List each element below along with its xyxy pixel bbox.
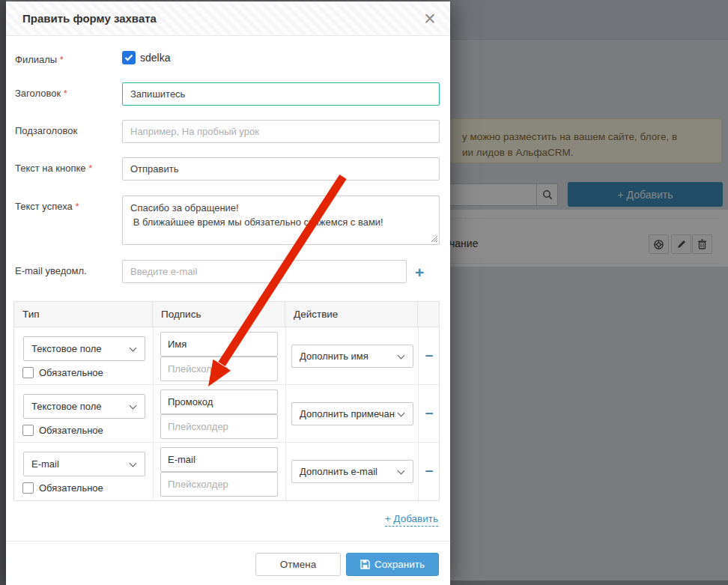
edit-capture-form-modal: Править форму захвата × Филиалы * sdelka… — [6, 1, 450, 585]
close-icon[interactable]: × — [419, 6, 441, 31]
required-checkbox[interactable] — [22, 367, 34, 378]
field-type-value: E-mail — [24, 458, 127, 470]
table-row: Текстовое поле Обязательное Дополнить пр… — [14, 385, 439, 443]
action-value: Дополнить имя — [292, 351, 395, 362]
modal-footer: Отмена Сохранить — [6, 541, 450, 585]
form-fields-table: Тип Подпись Действие Текстовое поле Обяз… — [13, 301, 440, 501]
field-type-select[interactable]: E-mail — [23, 452, 145, 476]
placeholder-input[interactable] — [160, 414, 278, 439]
remove-row-button[interactable]: – — [423, 404, 435, 421]
remove-row-button[interactable]: – — [423, 462, 435, 479]
chevron-down-icon — [398, 409, 405, 416]
table-header-row: Тип Подпись Действие — [14, 302, 439, 327]
required-label: Обязательное — [39, 482, 103, 494]
branches-label: Филиалы * — [15, 54, 64, 65]
column-header-type: Тип — [14, 302, 153, 327]
table-row: Текстовое поле Обязательное Дополнить им… — [14, 327, 439, 385]
action-select[interactable]: Дополнить e-mail — [291, 460, 413, 483]
screen: у можно разместить на вашем сайте, блоге… — [0, 0, 728, 585]
branch-option-label: sdelka — [140, 52, 170, 64]
success-text-wrap: Спасибо за обращение! В ближайшее время … — [122, 195, 440, 245]
table-row: E-mail Обязательное Дополнить e-mail – — [14, 443, 439, 500]
add-field-link[interactable]: + Добавить — [385, 513, 438, 527]
heading-input[interactable] — [122, 82, 440, 106]
check-icon — [124, 54, 133, 61]
action-select[interactable]: Дополнить примечание — [291, 402, 413, 425]
required-checkbox[interactable] — [22, 482, 34, 494]
field-type-value: Текстовое поле — [24, 343, 127, 354]
caption-input[interactable] — [160, 447, 278, 472]
required-checkbox[interactable] — [22, 425, 34, 436]
email-notify-input[interactable] — [122, 260, 407, 283]
field-type-select[interactable]: Текстовое поле — [23, 336, 145, 361]
success-text-input[interactable]: Спасибо за обращение! В ближайшее время … — [122, 195, 440, 245]
column-header-actions — [418, 302, 439, 327]
required-label: Обязательное — [39, 425, 103, 436]
chevron-down-icon — [130, 344, 137, 351]
subheading-label: Подзаголовок — [15, 125, 77, 136]
placeholder-input[interactable] — [160, 357, 278, 381]
action-value: Дополнить e-mail — [292, 466, 395, 477]
caption-input[interactable] — [160, 390, 278, 414]
required-toggle[interactable]: Обязательное — [22, 482, 103, 494]
field-type-select[interactable]: Текстовое поле — [23, 394, 145, 419]
button-text-label: Текст на кнопке * — [15, 163, 92, 174]
branch-checkbox[interactable] — [122, 51, 136, 64]
save-button[interactable]: Сохранить — [346, 553, 439, 576]
required-toggle[interactable]: Обязательное — [22, 367, 103, 378]
heading-label: Заголовок * — [15, 88, 67, 99]
action-select[interactable]: Дополнить имя — [291, 345, 413, 368]
chevron-down-icon — [398, 351, 405, 359]
button-text-input[interactable] — [122, 157, 440, 181]
required-label: Обязательное — [39, 367, 103, 378]
field-type-value: Текстовое поле — [24, 401, 127, 412]
modal-header: Править форму захвата × — [6, 1, 450, 36]
chevron-down-icon — [398, 467, 405, 474]
chevron-down-icon — [130, 401, 137, 409]
save-button-label: Сохранить — [374, 559, 425, 570]
save-icon — [360, 560, 370, 569]
cancel-button[interactable]: Отмена — [255, 553, 341, 576]
remove-row-button[interactable]: – — [423, 347, 435, 363]
email-notify-label: E-mail уведомл. — [15, 265, 87, 276]
subheading-input[interactable] — [122, 120, 440, 143]
add-email-button[interactable]: + — [415, 261, 424, 284]
placeholder-input[interactable] — [160, 472, 278, 497]
success-text-label: Текст успеха * — [15, 201, 79, 212]
action-value: Дополнить примечание — [292, 408, 395, 419]
caption-input[interactable] — [160, 332, 278, 357]
chevron-down-icon — [130, 459, 137, 467]
column-header-action: Действие — [285, 302, 418, 327]
column-header-caption: Подпись — [153, 302, 285, 327]
required-toggle[interactable]: Обязательное — [22, 425, 103, 436]
modal-title: Править форму захвата — [22, 1, 157, 36]
